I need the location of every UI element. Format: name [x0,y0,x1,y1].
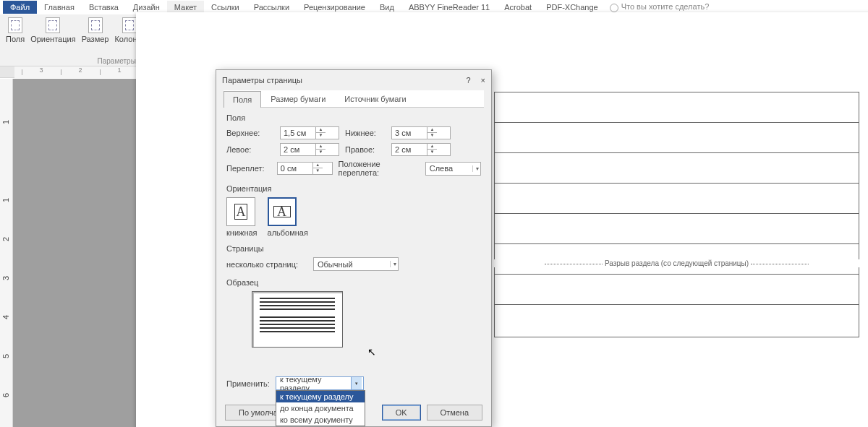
dialog-body: Поля Верхнее: ▲▼ Нижнее: ▲▼ Левое: ▲▼ Пр… [216,108,491,361]
multi-pages-label: несколько страниц: [226,260,307,269]
dialog-tab-margins[interactable]: Поля [224,91,261,108]
left-margin-label: Левое: [226,145,274,154]
preview-section-title: Образец [226,278,481,287]
top-margin-spin[interactable]: ▲▼ [280,126,339,139]
left-margin-spin[interactable]: ▲▼ [280,143,339,156]
gutter-label: Переплет: [226,164,271,173]
multi-pages-select[interactable]: Обычный▾ [313,257,399,271]
orientation-section-title: Ориентация [226,184,481,193]
right-margin-label: Правое: [345,145,386,154]
apply-opt-current[interactable]: к текущему разделу [276,391,365,402]
landscape-button[interactable]: Aальбомная [268,197,308,237]
size-button[interactable]: Размер [80,16,111,49]
help-button[interactable]: ? [466,76,470,85]
margins-button[interactable]: Поля [4,16,26,49]
orientation-button[interactable]: Ориентация [29,16,77,49]
apply-opt-end[interactable]: до конца документа [276,402,365,414]
bottom-margin-label: Нижнее: [345,129,386,137]
orientation-icon [46,17,60,33]
page-setup-dialog: Параметры страницы ? × Поля Размер бумаг… [216,69,492,427]
dialog-tab-source[interactable]: Источник бумаги [335,90,415,107]
section-break-marker: Разрыв раздела (со следующей страницы) [494,259,859,267]
tab-insert[interactable]: Вставка [82,1,126,14]
preview-pane [252,291,343,348]
apply-row: Применить: к текущему разделу▾ к текущем… [226,376,364,390]
apply-dropdown: к текущему разделу до конца документа ко… [276,390,365,426]
tab-home[interactable]: Главная [37,1,82,14]
margins-icon [8,17,22,33]
dialog-tabs: Поля Размер бумаги Источник бумаги [224,90,484,108]
gutter-spin[interactable]: ▲▼ [277,162,333,175]
pages-section-title: Страницы [226,244,481,253]
gutter-pos-label: Положение переплета: [339,160,420,177]
dialog-title: Параметры страницы [222,76,302,85]
columns-icon [122,17,137,33]
size-icon [88,17,103,33]
portrait-button[interactable]: Aкнижная [226,197,258,237]
apply-opt-whole[interactable]: ко всему документу [276,414,365,426]
top-margin-label: Верхнее: [226,129,274,137]
tell-me-input[interactable]: Что вы хотите сделать? [610,2,710,12]
dialog-titlebar[interactable]: Параметры страницы ? × [216,70,491,90]
bottom-margin-spin[interactable]: ▲▼ [391,126,451,139]
dialog-tab-paper[interactable]: Размер бумаги [261,90,335,107]
close-button[interactable]: × [481,76,485,85]
ok-button[interactable]: OK [382,405,421,420]
right-margin-spin[interactable]: ▲▼ [391,143,451,156]
gutter-pos-select[interactable]: Слева▾ [425,162,481,176]
table [494,92,859,337]
apply-label: Применить: [226,379,270,388]
ruler-vertical[interactable]: 11234567 [0,79,13,427]
tab-file[interactable]: Файл [3,1,37,14]
margins-section-title: Поля [226,113,481,122]
apply-select[interactable]: к текущему разделу▾ к текущему разделу д… [276,376,364,390]
cancel-button[interactable]: Отмена [427,405,482,420]
